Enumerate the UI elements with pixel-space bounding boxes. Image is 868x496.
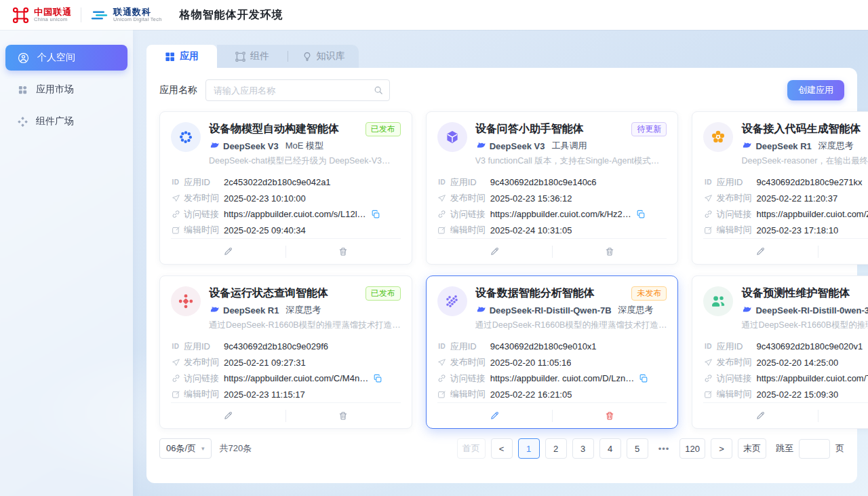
page-button-2[interactable]: 2 <box>545 438 567 459</box>
edit-time: 2025-02-25 09:40:34 <box>224 225 306 235</box>
copy-link-button[interactable] <box>636 210 646 219</box>
edit-agent-button[interactable] <box>437 408 552 423</box>
link-icon <box>171 374 180 383</box>
app-id: 9c430692d2b180c9e271kx <box>756 177 862 187</box>
field-label: 编辑时间 <box>184 388 219 400</box>
link-icon <box>437 210 447 218</box>
field-label: 应用ID <box>184 176 210 189</box>
field-label: 发布时间 <box>716 356 751 368</box>
tab-components[interactable]: 组件 <box>217 50 288 62</box>
delete-agent-button[interactable] <box>286 244 401 259</box>
last-page-button[interactable]: 末页 <box>738 438 766 459</box>
field-label: 应用ID <box>716 176 743 189</box>
access-link[interactable]: https://appbuilder.cuiot.com/s/L12l… <box>224 209 366 219</box>
agent-card[interactable]: 设备接入代码生成智能体未发布DeepSeek R1深度思考DeepSeek-re… <box>692 111 868 265</box>
access-link[interactable]: https://appbuilder.cuiot.com/Z/Jsn7… <box>756 209 868 219</box>
first-page-button[interactable]: 首页 <box>457 438 486 459</box>
field-label: 访问链接 <box>184 373 219 385</box>
search-input[interactable] <box>205 79 390 101</box>
page-title: 格物智能体开发环境 <box>180 8 283 22</box>
next-page-button[interactable]: > <box>711 438 732 459</box>
agent-card[interactable]: 设备运行状态查询智能体已发布DeepSeek R1深度思考通过DeepSeek-… <box>159 275 412 429</box>
tab-apps[interactable]: 应用 <box>146 45 217 68</box>
send-icon <box>437 358 447 367</box>
copy-link-button[interactable] <box>639 374 648 383</box>
whale-icon <box>209 305 219 316</box>
access-link[interactable]: https://appbuilder. cuiot.com/D/Lzn… <box>490 373 634 383</box>
prev-page-button[interactable]: < <box>491 438 513 459</box>
page-button-4[interactable]: 4 <box>599 438 621 459</box>
agent-avatar-flower-orange <box>703 122 733 152</box>
total-count: 共720条 <box>220 442 252 455</box>
delete-agent-button[interactable] <box>553 408 667 423</box>
page-button-5[interactable]: 5 <box>627 438 648 459</box>
app-id: 2c453022d2b180c9e042a1 <box>224 177 331 187</box>
unicom-digital-logo: 联通数科 Unicom Digital Tech <box>90 7 162 24</box>
china-unicom-logo: 中国联通 China unicom <box>12 7 72 24</box>
more-pages-button[interactable]: ••• <box>654 438 675 459</box>
delete-agent-button[interactable] <box>553 244 667 259</box>
agent-card[interactable]: 设备数据智能分析智能体未发布DeepSeek-Rl-Distill-Qwen-7… <box>426 275 679 429</box>
delete-agent-button[interactable] <box>818 408 868 423</box>
sidebar-item-plaza[interactable]: 组件广场 <box>5 109 127 134</box>
page-button-1[interactable]: 1 <box>518 438 540 459</box>
copy-link-button[interactable] <box>373 374 382 383</box>
edit-agent-button[interactable] <box>703 408 818 423</box>
field-label: 发布时间 <box>450 192 486 204</box>
field-label: 应用ID <box>450 176 477 189</box>
status-badge: 未发布 <box>631 286 667 301</box>
model-tag: 深度思考 <box>818 140 854 152</box>
edit-agent-button[interactable] <box>171 244 285 259</box>
editbox-icon <box>171 390 180 399</box>
app-id: 9c430692d2b180c9e020v1 <box>756 341 863 351</box>
access-link[interactable]: https://appbuilder.cuiot.com/T/Vg17… <box>756 373 868 383</box>
page-unit-label: 页 <box>835 442 844 455</box>
page-size-select[interactable]: 06条/页▾ <box>159 438 212 459</box>
edit-agent-button[interactable] <box>703 244 818 259</box>
whale-icon <box>741 141 751 151</box>
page-size-value: 06条/页 <box>166 442 196 455</box>
send-icon <box>171 358 180 367</box>
model-tag: MoE 模型 <box>285 140 323 152</box>
agent-card[interactable]: 设备预测性维护智能体已发布DeepSeek-Rl-Distill-0wen-32… <box>692 275 868 429</box>
agent-title: 设备问答小助手智能体 <box>475 122 584 136</box>
edit-time: 2025-02-23 17:18:10 <box>756 225 838 235</box>
content-panel: 应用名称 创建应用 设备物模型自动构建智能体已发布DeepSeek V3MoE … <box>146 68 857 483</box>
sidebar-item-user[interactable]: 个人空间 <box>5 45 127 71</box>
delete-agent-button[interactable] <box>818 244 868 259</box>
status-badge: 待更新 <box>631 122 667 136</box>
copy-link-button[interactable] <box>371 210 380 219</box>
field-label: 访问链接 <box>450 208 486 221</box>
agent-description: V3 functionCall 版本，支持在Single-Agent模式… <box>475 155 667 167</box>
delete-agent-button[interactable] <box>286 408 401 423</box>
id-icon: ID <box>171 178 180 186</box>
send-icon <box>437 194 447 203</box>
page-button-120[interactable]: 120 <box>679 438 705 459</box>
agent-card[interactable]: 设备问答小助手智能体待更新DeepSeek V3工具调用V3 functionC… <box>426 111 679 265</box>
jump-page-input[interactable] <box>799 439 830 459</box>
edit-time: 2025-02-24 10:31:05 <box>490 225 572 235</box>
publish-time: 2025-02-23 10:10:00 <box>224 193 306 204</box>
field-label: 应用ID <box>184 341 210 353</box>
access-link[interactable]: https://appbuilder.cuiot.com/k/Hz2… <box>490 209 631 219</box>
tab-knowledge[interactable]: 知识库 <box>288 50 359 62</box>
agent-card[interactable]: 设备物模型自动构建智能体已发布DeepSeek V3MoE 模型DeepSeek… <box>159 111 412 265</box>
agent-description: DeepSeek-chat模型已经升级为 DeepSeek-V3… <box>209 155 401 167</box>
publish-time: 2025-02-20 11:05:16 <box>490 358 572 368</box>
sidebar-item-label: 应用市场 <box>36 83 74 96</box>
agent-title: 设备物模型自动构建智能体 <box>209 122 339 136</box>
whale-icon <box>475 305 486 316</box>
create-app-button[interactable]: 创建应用 <box>787 80 844 100</box>
field-label: 访问链接 <box>716 208 751 221</box>
brand2-sub: Unicom Digital Tech <box>113 17 162 22</box>
page-button-3[interactable]: 3 <box>572 438 594 459</box>
edit-agent-button[interactable] <box>437 244 552 259</box>
sidebar-item-market[interactable]: 应用市场 <box>5 77 127 102</box>
access-link[interactable]: https://appbuilder.cuiot.com/C/M4n… <box>224 373 368 383</box>
agent-title: 设备预测性维护智能体 <box>741 286 850 301</box>
card-grid: 设备物模型自动构建智能体已发布DeepSeek V3MoE 模型DeepSeek… <box>159 111 844 429</box>
sidebar: 个人空间应用市场组件广场 <box>0 30 133 496</box>
pagination: 06条/页▾共720条首页<12345•••120>末页跳至页 <box>159 438 844 459</box>
tab-app-icon <box>165 52 175 62</box>
edit-agent-button[interactable] <box>171 408 285 423</box>
